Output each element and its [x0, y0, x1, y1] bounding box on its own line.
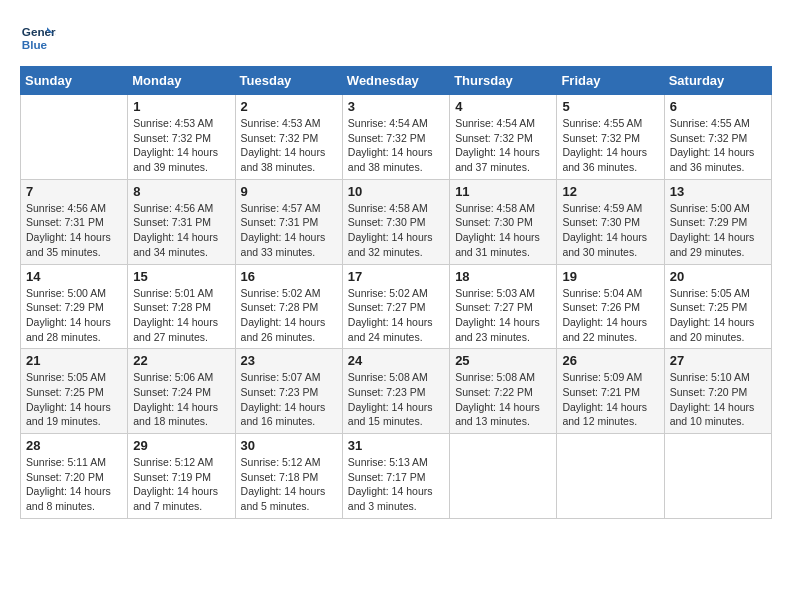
day-info: Sunrise: 5:12 AM Sunset: 7:19 PM Dayligh…	[133, 455, 229, 514]
day-info: Sunrise: 4:53 AM Sunset: 7:32 PM Dayligh…	[241, 116, 337, 175]
calendar-cell: 22Sunrise: 5:06 AM Sunset: 7:24 PM Dayli…	[128, 349, 235, 434]
calendar-cell: 15Sunrise: 5:01 AM Sunset: 7:28 PM Dayli…	[128, 264, 235, 349]
day-number: 19	[562, 269, 658, 284]
day-number: 5	[562, 99, 658, 114]
day-info: Sunrise: 5:10 AM Sunset: 7:20 PM Dayligh…	[670, 370, 766, 429]
day-info: Sunrise: 4:54 AM Sunset: 7:32 PM Dayligh…	[348, 116, 444, 175]
logo-icon: General Blue	[20, 20, 56, 56]
calendar-cell: 20Sunrise: 5:05 AM Sunset: 7:25 PM Dayli…	[664, 264, 771, 349]
day-info: Sunrise: 4:53 AM Sunset: 7:32 PM Dayligh…	[133, 116, 229, 175]
day-info: Sunrise: 4:55 AM Sunset: 7:32 PM Dayligh…	[670, 116, 766, 175]
day-info: Sunrise: 5:12 AM Sunset: 7:18 PM Dayligh…	[241, 455, 337, 514]
calendar-cell	[21, 95, 128, 180]
calendar-cell: 1Sunrise: 4:53 AM Sunset: 7:32 PM Daylig…	[128, 95, 235, 180]
calendar-cell	[450, 434, 557, 519]
calendar-cell: 23Sunrise: 5:07 AM Sunset: 7:23 PM Dayli…	[235, 349, 342, 434]
page-header: General Blue	[20, 20, 772, 56]
calendar-cell: 18Sunrise: 5:03 AM Sunset: 7:27 PM Dayli…	[450, 264, 557, 349]
calendar-cell: 10Sunrise: 4:58 AM Sunset: 7:30 PM Dayli…	[342, 179, 449, 264]
day-number: 20	[670, 269, 766, 284]
day-number: 21	[26, 353, 122, 368]
weekday-header-monday: Monday	[128, 67, 235, 95]
calendar-week-row: 7Sunrise: 4:56 AM Sunset: 7:31 PM Daylig…	[21, 179, 772, 264]
calendar-week-row: 1Sunrise: 4:53 AM Sunset: 7:32 PM Daylig…	[21, 95, 772, 180]
weekday-header-tuesday: Tuesday	[235, 67, 342, 95]
calendar-cell: 3Sunrise: 4:54 AM Sunset: 7:32 PM Daylig…	[342, 95, 449, 180]
day-info: Sunrise: 5:04 AM Sunset: 7:26 PM Dayligh…	[562, 286, 658, 345]
day-info: Sunrise: 5:09 AM Sunset: 7:21 PM Dayligh…	[562, 370, 658, 429]
day-info: Sunrise: 5:00 AM Sunset: 7:29 PM Dayligh…	[26, 286, 122, 345]
day-info: Sunrise: 5:05 AM Sunset: 7:25 PM Dayligh…	[26, 370, 122, 429]
day-number: 31	[348, 438, 444, 453]
calendar-cell: 31Sunrise: 5:13 AM Sunset: 7:17 PM Dayli…	[342, 434, 449, 519]
day-info: Sunrise: 4:56 AM Sunset: 7:31 PM Dayligh…	[26, 201, 122, 260]
calendar-cell: 28Sunrise: 5:11 AM Sunset: 7:20 PM Dayli…	[21, 434, 128, 519]
day-number: 25	[455, 353, 551, 368]
day-number: 3	[348, 99, 444, 114]
calendar-cell: 25Sunrise: 5:08 AM Sunset: 7:22 PM Dayli…	[450, 349, 557, 434]
day-info: Sunrise: 5:02 AM Sunset: 7:28 PM Dayligh…	[241, 286, 337, 345]
day-info: Sunrise: 4:56 AM Sunset: 7:31 PM Dayligh…	[133, 201, 229, 260]
calendar-cell: 5Sunrise: 4:55 AM Sunset: 7:32 PM Daylig…	[557, 95, 664, 180]
weekday-header-friday: Friday	[557, 67, 664, 95]
day-number: 13	[670, 184, 766, 199]
day-info: Sunrise: 5:13 AM Sunset: 7:17 PM Dayligh…	[348, 455, 444, 514]
calendar-cell: 19Sunrise: 5:04 AM Sunset: 7:26 PM Dayli…	[557, 264, 664, 349]
calendar-week-row: 14Sunrise: 5:00 AM Sunset: 7:29 PM Dayli…	[21, 264, 772, 349]
svg-text:Blue: Blue	[22, 38, 48, 51]
calendar-cell: 8Sunrise: 4:56 AM Sunset: 7:31 PM Daylig…	[128, 179, 235, 264]
day-info: Sunrise: 5:01 AM Sunset: 7:28 PM Dayligh…	[133, 286, 229, 345]
day-number: 27	[670, 353, 766, 368]
calendar-cell: 29Sunrise: 5:12 AM Sunset: 7:19 PM Dayli…	[128, 434, 235, 519]
day-number: 23	[241, 353, 337, 368]
calendar-cell: 11Sunrise: 4:58 AM Sunset: 7:30 PM Dayli…	[450, 179, 557, 264]
day-number: 26	[562, 353, 658, 368]
day-number: 1	[133, 99, 229, 114]
calendar-cell: 9Sunrise: 4:57 AM Sunset: 7:31 PM Daylig…	[235, 179, 342, 264]
weekday-header-sunday: Sunday	[21, 67, 128, 95]
day-number: 4	[455, 99, 551, 114]
day-info: Sunrise: 5:08 AM Sunset: 7:23 PM Dayligh…	[348, 370, 444, 429]
calendar-cell: 17Sunrise: 5:02 AM Sunset: 7:27 PM Dayli…	[342, 264, 449, 349]
day-number: 28	[26, 438, 122, 453]
calendar-cell: 14Sunrise: 5:00 AM Sunset: 7:29 PM Dayli…	[21, 264, 128, 349]
weekday-header-wednesday: Wednesday	[342, 67, 449, 95]
day-info: Sunrise: 5:06 AM Sunset: 7:24 PM Dayligh…	[133, 370, 229, 429]
weekday-header-saturday: Saturday	[664, 67, 771, 95]
day-number: 10	[348, 184, 444, 199]
day-number: 8	[133, 184, 229, 199]
calendar-cell: 30Sunrise: 5:12 AM Sunset: 7:18 PM Dayli…	[235, 434, 342, 519]
day-info: Sunrise: 5:02 AM Sunset: 7:27 PM Dayligh…	[348, 286, 444, 345]
day-number: 14	[26, 269, 122, 284]
day-number: 29	[133, 438, 229, 453]
calendar-cell: 2Sunrise: 4:53 AM Sunset: 7:32 PM Daylig…	[235, 95, 342, 180]
day-number: 15	[133, 269, 229, 284]
calendar-table: SundayMondayTuesdayWednesdayThursdayFrid…	[20, 66, 772, 519]
day-info: Sunrise: 5:00 AM Sunset: 7:29 PM Dayligh…	[670, 201, 766, 260]
day-number: 18	[455, 269, 551, 284]
day-number: 11	[455, 184, 551, 199]
calendar-week-row: 21Sunrise: 5:05 AM Sunset: 7:25 PM Dayli…	[21, 349, 772, 434]
day-number: 2	[241, 99, 337, 114]
calendar-cell: 16Sunrise: 5:02 AM Sunset: 7:28 PM Dayli…	[235, 264, 342, 349]
day-number: 16	[241, 269, 337, 284]
day-info: Sunrise: 5:03 AM Sunset: 7:27 PM Dayligh…	[455, 286, 551, 345]
calendar-cell: 24Sunrise: 5:08 AM Sunset: 7:23 PM Dayli…	[342, 349, 449, 434]
calendar-cell: 7Sunrise: 4:56 AM Sunset: 7:31 PM Daylig…	[21, 179, 128, 264]
calendar-cell	[557, 434, 664, 519]
calendar-week-row: 28Sunrise: 5:11 AM Sunset: 7:20 PM Dayli…	[21, 434, 772, 519]
calendar-cell: 26Sunrise: 5:09 AM Sunset: 7:21 PM Dayli…	[557, 349, 664, 434]
day-info: Sunrise: 4:57 AM Sunset: 7:31 PM Dayligh…	[241, 201, 337, 260]
day-info: Sunrise: 5:07 AM Sunset: 7:23 PM Dayligh…	[241, 370, 337, 429]
day-info: Sunrise: 4:55 AM Sunset: 7:32 PM Dayligh…	[562, 116, 658, 175]
day-number: 17	[348, 269, 444, 284]
day-info: Sunrise: 4:54 AM Sunset: 7:32 PM Dayligh…	[455, 116, 551, 175]
day-number: 22	[133, 353, 229, 368]
weekday-header-thursday: Thursday	[450, 67, 557, 95]
calendar-cell: 6Sunrise: 4:55 AM Sunset: 7:32 PM Daylig…	[664, 95, 771, 180]
day-info: Sunrise: 5:08 AM Sunset: 7:22 PM Dayligh…	[455, 370, 551, 429]
day-info: Sunrise: 4:58 AM Sunset: 7:30 PM Dayligh…	[348, 201, 444, 260]
calendar-cell: 4Sunrise: 4:54 AM Sunset: 7:32 PM Daylig…	[450, 95, 557, 180]
day-info: Sunrise: 4:58 AM Sunset: 7:30 PM Dayligh…	[455, 201, 551, 260]
calendar-cell: 21Sunrise: 5:05 AM Sunset: 7:25 PM Dayli…	[21, 349, 128, 434]
